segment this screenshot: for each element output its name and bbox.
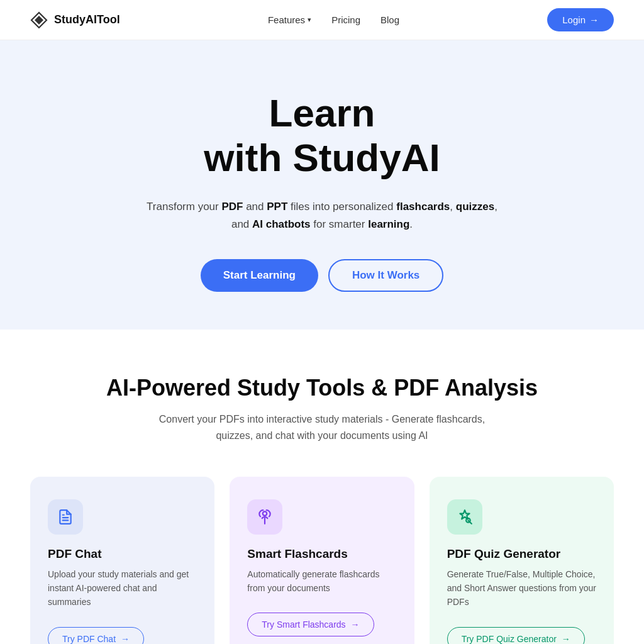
hero-description: Transform your PDF and PPT files into pe… — [140, 198, 504, 235]
features-section: AI-Powered Study Tools & PDF Analysis Co… — [0, 330, 644, 644]
flashcards-title: Smart Flashcards — [247, 547, 396, 561]
card-pdf-quiz: PDF Quiz Generator Generate True/False, … — [430, 477, 614, 644]
hero-title: Learn with StudyAI — [30, 91, 614, 180]
chevron-down-icon: ▾ — [308, 16, 311, 24]
hero-buttons: Start Learning How It Works — [30, 259, 614, 292]
card-pdf-chat: PDF Chat Upload your study materials and… — [30, 477, 214, 644]
flashcards-desc: Automatically generate flashcards from y… — [247, 567, 396, 596]
features-subtitle: Convert your PDFs into interactive study… — [140, 411, 504, 443]
features-title: AI-Powered Study Tools & PDF Analysis — [30, 375, 614, 401]
try-quiz-button[interactable]: Try PDF Quiz Generator → — [447, 627, 585, 644]
arrow-icon: → — [562, 634, 570, 644]
nav-pricing[interactable]: Pricing — [331, 14, 360, 25]
quiz-title: PDF Quiz Generator — [447, 547, 596, 561]
arrow-right-icon: → — [589, 14, 599, 25]
quiz-desc: Generate True/False, Multiple Choice, an… — [447, 567, 596, 609]
card-smart-flashcards: Smart Flashcards Automatically generate … — [230, 477, 414, 644]
logo-text: StudyAITool — [54, 13, 120, 26]
start-learning-button[interactable]: Start Learning — [201, 259, 318, 292]
try-pdf-chat-button[interactable]: Try PDF Chat → — [48, 627, 144, 644]
pdf-chat-icon — [48, 499, 83, 535]
smart-flashcards-icon — [247, 499, 282, 535]
nav-links: Features ▾ Pricing Blog — [268, 14, 399, 25]
cards-grid: PDF Chat Upload your study materials and… — [30, 477, 614, 644]
pdf-chat-title: PDF Chat — [48, 547, 197, 561]
login-button[interactable]: Login → — [547, 8, 614, 31]
how-it-works-button[interactable]: How It Works — [328, 259, 443, 292]
pdf-quiz-icon — [447, 499, 482, 535]
nav-blog[interactable]: Blog — [380, 14, 399, 25]
logo[interactable]: StudyAITool — [30, 11, 120, 29]
pdf-chat-desc: Upload your study materials and get inst… — [48, 567, 197, 609]
svg-point-4 — [263, 511, 267, 516]
logo-icon — [30, 11, 48, 29]
arrow-icon: → — [121, 634, 130, 644]
svg-marker-1 — [35, 16, 43, 25]
arrow-icon: → — [351, 619, 360, 630]
hero-section: Learn with StudyAI Transform your PDF an… — [0, 40, 644, 330]
navbar: StudyAITool Features ▾ Pricing Blog Logi… — [0, 0, 644, 40]
try-flashcards-button[interactable]: Try Smart Flashcards → — [247, 613, 374, 636]
nav-features[interactable]: Features ▾ — [268, 14, 311, 25]
